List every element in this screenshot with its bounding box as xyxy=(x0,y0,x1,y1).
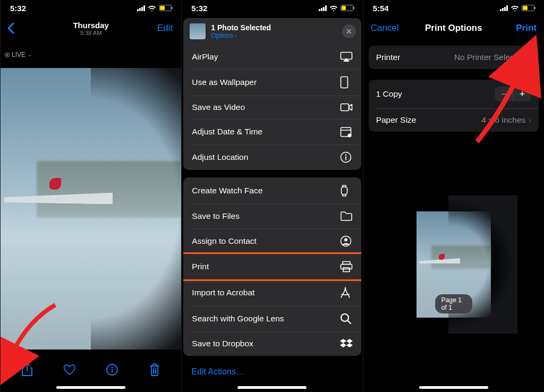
status-bar: 5:32 xyxy=(182,0,362,16)
status-icons xyxy=(500,5,534,11)
settings-group: 1 Copy − + Paper Size 4 x 6 inches› xyxy=(369,80,539,132)
action-label: Adjust Date & Time xyxy=(192,127,262,137)
copies-row: 1 Copy − + xyxy=(369,80,539,108)
photo-view[interactable] xyxy=(1,68,181,350)
action-label: Print xyxy=(192,262,209,271)
action-search-with-google-lens[interactable]: Search with Google Lens xyxy=(183,306,361,331)
calendar-icon xyxy=(340,126,353,138)
chevron-right-icon: › xyxy=(235,33,236,39)
status-icons xyxy=(137,5,172,11)
contact-icon xyxy=(340,235,353,247)
print-preview[interactable]: Page 1 of 1 xyxy=(416,211,491,318)
svg-rect-13 xyxy=(341,265,352,269)
nav-title-wrap: Thursday 5:38 AM xyxy=(73,21,109,36)
action-group-2: Create Watch FaceSave to FilesAssign to … xyxy=(183,177,361,356)
edit-actions-link[interactable]: Edit Actions… xyxy=(182,360,362,384)
action-label: Save to Files xyxy=(192,211,240,221)
svg-rect-4 xyxy=(341,104,348,111)
svg-point-8 xyxy=(345,154,346,156)
action-adjust-date-time[interactable]: Adjust Date & Time xyxy=(183,119,361,144)
stepper-plus[interactable]: + xyxy=(513,87,531,101)
photo-thumbnail xyxy=(190,23,206,39)
battery-icon xyxy=(341,5,353,11)
share-options-link[interactable]: Options › xyxy=(211,32,271,39)
nav-subtitle: 5:38 AM xyxy=(73,30,109,36)
cancel-button[interactable]: Cancel xyxy=(371,23,399,33)
paper-value: 4 x 6 inches xyxy=(482,115,526,125)
info-icon xyxy=(340,151,353,163)
screen-photo-detail: 5:32 Thursday 5:38 AM Edit LIVE ⌄ xyxy=(0,0,181,392)
action-group-1: AirPlayUse as WallpaperSave as VideoAdju… xyxy=(183,45,361,170)
action-label: Search with Google Lens xyxy=(192,314,284,323)
print-button[interactable]: Print xyxy=(516,23,537,33)
clock: 5:54 xyxy=(373,4,389,13)
wifi-icon xyxy=(329,5,338,11)
airplay-icon xyxy=(340,52,353,62)
acrobat-icon xyxy=(340,286,353,299)
action-label: Import to Acrobat xyxy=(192,288,254,297)
action-assign-to-contact[interactable]: Assign to Contact xyxy=(183,228,361,254)
paper-size-row[interactable]: Paper Size 4 x 6 inches› xyxy=(369,108,539,132)
status-icons xyxy=(319,5,353,11)
printer-row[interactable]: Printer No Printer Selected› xyxy=(369,46,539,69)
live-dot-icon xyxy=(5,53,10,57)
printer-group: Printer No Printer Selected› xyxy=(369,46,539,69)
action-label: Use as Wallpaper xyxy=(192,78,257,87)
paper-label: Paper Size xyxy=(376,115,416,125)
phone-icon xyxy=(340,76,353,89)
svg-point-6 xyxy=(347,134,351,138)
action-label: Assign to Contact xyxy=(192,236,256,246)
edit-button[interactable]: Edit xyxy=(157,23,173,33)
trash-icon[interactable] xyxy=(147,362,162,377)
copies-stepper: − + xyxy=(495,87,531,101)
action-label: Save as Video xyxy=(192,103,245,112)
action-save-to-files[interactable]: Save to Files xyxy=(183,204,361,228)
home-indicator[interactable] xyxy=(56,386,125,389)
live-badge[interactable]: LIVE ⌄ xyxy=(5,51,32,58)
nav-bar: Thursday 5:38 AM Edit xyxy=(1,16,181,40)
printer-label: Printer xyxy=(376,53,401,62)
dropbox-icon xyxy=(340,338,353,349)
chevron-right-icon: › xyxy=(529,116,531,124)
share-header: 1 Photo Selected Options › ✕ xyxy=(183,18,361,45)
clock: 5:32 xyxy=(10,4,26,13)
action-adjust-location[interactable]: Adjust Location xyxy=(183,144,361,170)
wifi-icon xyxy=(511,5,519,11)
battery-icon xyxy=(159,5,172,11)
page-title: Print Options xyxy=(425,23,482,33)
home-indicator[interactable] xyxy=(237,386,307,389)
copies-label: 1 Copy xyxy=(376,89,402,99)
action-import-to-acrobat[interactable]: Import to Acrobat xyxy=(183,279,361,306)
page-badge: Page 1 of 1 xyxy=(435,294,472,313)
action-label: AirPlay xyxy=(192,52,218,62)
signal-icon xyxy=(137,5,145,11)
close-button[interactable]: ✕ xyxy=(342,24,356,38)
svg-point-11 xyxy=(344,238,347,242)
action-label: Adjust Location xyxy=(192,152,248,162)
back-chevron-icon[interactable] xyxy=(7,22,14,34)
svg-rect-14 xyxy=(343,268,350,272)
action-print[interactable]: Print xyxy=(183,252,361,281)
action-save-as-video[interactable]: Save as Video xyxy=(183,96,361,119)
action-save-to-dropbox[interactable]: Save to Dropbox xyxy=(183,331,361,356)
clock: 5:32 xyxy=(191,4,207,13)
chevron-down-icon: ⌄ xyxy=(28,52,32,57)
action-label: Save to Dropbox xyxy=(192,339,253,348)
action-label: Create Watch Face xyxy=(192,186,262,195)
close-icon: ✕ xyxy=(346,27,352,36)
svg-point-1 xyxy=(112,367,113,368)
printer-value: No Printer Selected xyxy=(454,53,525,62)
action-airplay[interactable]: AirPlay xyxy=(183,45,361,69)
share-icon[interactable] xyxy=(20,362,35,377)
action-use-as-wallpaper[interactable]: Use as Wallpaper xyxy=(183,69,361,96)
action-create-watch-face[interactable]: Create Watch Face xyxy=(183,177,361,204)
screen-print-options: 5:54 Cancel Print Options Print Printer … xyxy=(363,0,544,392)
home-indicator[interactable] xyxy=(419,386,488,389)
share-title: 1 Photo Selected xyxy=(211,23,271,32)
stepper-minus[interactable]: − xyxy=(495,87,513,101)
battery-icon xyxy=(522,5,534,11)
screen-share-sheet: 5:32 1 Photo Selected Options › ✕ AirPla… xyxy=(181,0,362,392)
favorite-icon[interactable] xyxy=(62,362,77,377)
watch-icon xyxy=(340,184,353,197)
info-icon[interactable] xyxy=(105,362,120,377)
